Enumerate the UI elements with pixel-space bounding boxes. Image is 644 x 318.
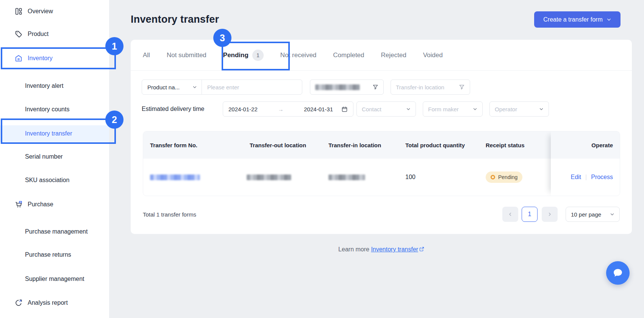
overview-icon <box>14 7 23 16</box>
date-range-start[interactable]: 2024-01-22 <box>228 106 258 112</box>
cell-transfer-form-no-link[interactable] <box>150 159 200 196</box>
sidebar-item-inventory[interactable]: Inventory <box>0 50 109 67</box>
pagination-page-1[interactable]: 1 <box>522 207 538 222</box>
inventory-transfer-doc-link[interactable]: Inventory transfer <box>371 246 418 253</box>
operator-select[interactable]: Operator <box>489 101 549 117</box>
transfer-out-location-filter[interactable] <box>310 80 384 95</box>
transfer-table: Transfer form No. Transfer-out location … <box>143 131 620 196</box>
sidebar-item-label: Purchase <box>28 201 53 208</box>
transfer-in-location-filter[interactable]: Transfer-in location <box>391 80 470 95</box>
tab-completed[interactable]: Completed <box>333 51 364 59</box>
tab-not-received[interactable]: Not received <box>280 51 316 59</box>
col-transfer-in: Transfer-in location <box>328 131 381 159</box>
cell-transfer-out <box>247 159 291 196</box>
sidebar-item-inventory-counts[interactable]: Inventory counts <box>0 101 109 118</box>
learn-more-text: Learn more <box>338 246 371 253</box>
chat-support-button[interactable] <box>606 261 630 285</box>
col-receipt-status: Receipt status <box>486 131 525 159</box>
sidebar-item-serial-number[interactable]: Serial number <box>0 148 109 165</box>
sidebar-item-purchase[interactable]: Purchase <box>0 196 109 213</box>
status-badge: Pending <box>486 171 522 183</box>
chevron-left-icon <box>508 212 513 217</box>
tab-label: Rejected <box>381 51 406 59</box>
sidebar-item-sku-association[interactable]: SKU association <box>0 172 109 189</box>
redacted-form-no <box>150 175 200 180</box>
cell-receipt-status: Pending <box>486 159 522 196</box>
redacted-transfer-out-value <box>315 84 360 90</box>
process-action[interactable]: Process <box>591 174 613 181</box>
tab-label: Pending <box>223 51 249 59</box>
total-count-text: Total 1 transfer forms <box>143 207 196 222</box>
annotation-step2-badge: 2 <box>105 111 123 129</box>
form-maker-select[interactable]: Form maker <box>423 101 483 117</box>
learn-more-footer: Learn more Inventory transfer <box>131 246 632 253</box>
external-link-icon <box>419 246 424 253</box>
sidebar-item-label: Purchase returns <box>25 251 71 258</box>
contact-select[interactable]: Contact <box>356 101 416 117</box>
table-header: Transfer form No. Transfer-out location … <box>143 131 620 159</box>
doc-link-label: Inventory transfer <box>371 246 418 253</box>
annotation-step1-badge: 1 <box>105 37 123 55</box>
transfer-in-location-placeholder: Transfer-in location <box>396 84 444 90</box>
tab-rejected[interactable]: Rejected <box>381 51 406 59</box>
status-tabs: All Not submitted Pending 1 Not received… <box>143 40 443 70</box>
sidebar-item-label: Inventory <box>28 55 53 62</box>
operator-placeholder: Operator <box>495 106 517 112</box>
date-range-end[interactable]: 2024-01-31 <box>304 106 333 112</box>
cell-quantity: 100 <box>405 159 416 196</box>
create-transfer-form-button[interactable]: Create a transfer form <box>534 11 621 28</box>
create-transfer-form-label: Create a transfer form <box>543 16 603 23</box>
product-name-select[interactable]: Product na... <box>142 80 202 94</box>
tab-voided[interactable]: Voided <box>423 51 443 59</box>
tab-all[interactable]: All <box>143 51 150 59</box>
estimated-delivery-time-label: Estimated delivery time <box>142 101 204 117</box>
inventory-icon <box>14 54 23 62</box>
sidebar-item-analysis-report[interactable]: Analysis report <box>0 295 109 311</box>
product-search-field: Product na... <box>142 80 302 95</box>
edit-action[interactable]: Edit <box>571 174 581 181</box>
sidebar-item-label: Serial number <box>25 153 63 160</box>
sidebar-item-label: Overview <box>28 8 53 15</box>
product-tag-icon <box>14 30 23 38</box>
status-badge-label: Pending <box>498 174 517 180</box>
product-search-input[interactable] <box>202 84 302 90</box>
tab-label: Voided <box>423 51 443 59</box>
sidebar-item-supplier-management[interactable]: Supplier management <box>0 271 109 287</box>
page-size-value: 10 per page <box>571 211 601 218</box>
pagination-prev-button[interactable] <box>502 207 518 222</box>
chevron-down-icon <box>406 107 411 111</box>
tab-not-submitted[interactable]: Not submitted <box>167 51 206 59</box>
tab-label: Completed <box>333 51 364 59</box>
sidebar-item-inventory-transfer[interactable]: Inventory transfer <box>0 125 109 142</box>
sidebar-item-label: Supplier management <box>25 276 84 282</box>
delivery-date-range-picker[interactable]: 2024-01-22 → 2024-01-31 <box>223 101 353 117</box>
row-actions: Edit | Process <box>551 159 620 196</box>
table-row: 100 Pending <box>143 159 620 196</box>
filter-funnel-icon[interactable] <box>459 84 465 90</box>
filter-funnel-icon[interactable] <box>372 84 378 90</box>
sidebar-item-label: Inventory counts <box>25 106 69 113</box>
chevron-right-icon <box>547 212 552 217</box>
sidebar-item-label: Inventory alert <box>25 83 63 89</box>
sidebar-item-inventory-alert[interactable]: Inventory alert <box>0 78 109 94</box>
sidebar-item-label: Inventory transfer <box>25 130 72 137</box>
pagination-next-button[interactable] <box>542 207 558 222</box>
annotation-step3-badge: 3 <box>213 29 231 47</box>
arrow-right-icon: → <box>262 106 300 112</box>
redacted-transfer-out <box>247 175 291 180</box>
sidebar-item-label: Purchase management <box>25 228 88 235</box>
action-divider: | <box>585 174 587 181</box>
analysis-report-icon <box>14 299 23 307</box>
sidebar-item-purchase-returns[interactable]: Purchase returns <box>0 246 109 263</box>
page-size-select[interactable]: 10 per page <box>566 207 620 222</box>
sidebar-item-product[interactable]: Product <box>0 26 109 42</box>
col-transfer-form-no: Transfer form No. <box>150 131 197 159</box>
tab-pending[interactable]: Pending 1 <box>223 50 264 61</box>
purchase-cart-icon <box>14 200 23 209</box>
sidebar-item-purchase-management[interactable]: Purchase management <box>0 223 109 240</box>
calendar-icon[interactable] <box>341 106 348 112</box>
col-total-quantity: Total product quantity <box>405 131 465 159</box>
redacted-transfer-in <box>328 175 365 180</box>
sidebar-item-label: SKU association <box>25 177 69 184</box>
sidebar-item-overview[interactable]: Overview <box>0 3 109 20</box>
